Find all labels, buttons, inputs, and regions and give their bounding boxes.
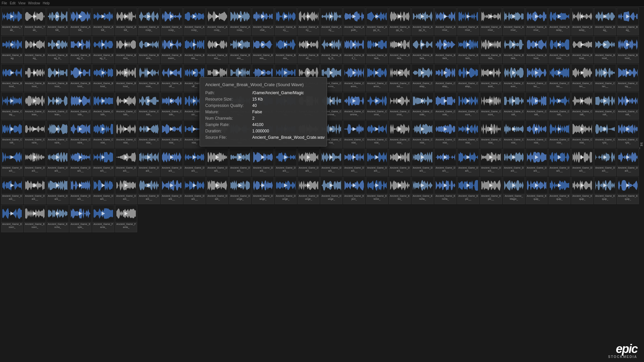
sound-tile[interactable]: Ancient_Game_Break_ — [138, 64, 160, 92]
sound-tile[interactable]: Ancient_Game_Dark__ — [1, 148, 23, 176]
sound-tile[interactable]: Ancient_Game_Craft_ — [571, 92, 593, 120]
sound-tile[interactable]: Ancient_Game_Blood_ — [115, 64, 137, 92]
play-button[interactable] — [10, 211, 14, 216]
play-button[interactable] — [78, 42, 83, 47]
sound-tile[interactable]: Ancient_Game_Bag_ — [594, 8, 616, 35]
sound-tile[interactable]: Ancient_Game_Armor_ — [457, 8, 479, 35]
sound-tile[interactable]: Ancient_Game_Creat_ — [526, 120, 548, 148]
play-button[interactable] — [78, 155, 83, 160]
play-button[interactable] — [147, 183, 151, 188]
play-button[interactable] — [169, 70, 174, 75]
sound-tile[interactable]: Ancient_Game_Clay__ — [617, 64, 639, 92]
play-button[interactable] — [55, 127, 60, 131]
play-button[interactable] — [534, 70, 539, 75]
play-button[interactable] — [124, 211, 128, 216]
play-button[interactable] — [534, 127, 539, 131]
sound-tile[interactable]: Ancient_Game_Dark__ — [24, 148, 46, 176]
play-button[interactable] — [512, 183, 516, 188]
sound-tile[interactable]: Ancient_Game_Bag — [1, 36, 23, 63]
sound-tile[interactable]: Ancient_Game_Dunge_ — [320, 177, 342, 204]
play-button[interactable] — [375, 70, 379, 75]
sound-tile[interactable]: Ancient_Game_Creat_ — [138, 120, 160, 148]
sound-tile[interactable]: Ancient_Game_Dark__ — [115, 177, 137, 204]
sound-tile[interactable]: Ancient_Game_Equip_ — [548, 177, 571, 204]
play-button[interactable] — [124, 155, 128, 160]
sound-tile[interactable]: Ancient_Game_Const_ — [389, 92, 411, 120]
sound-tile[interactable]: Ancient_Game_Equip_ — [594, 177, 616, 204]
play-button[interactable] — [512, 42, 516, 47]
sound-tile[interactable]: Ancient_Game_Accep_ — [183, 8, 206, 35]
play-button[interactable] — [55, 99, 60, 103]
play-button[interactable] — [78, 99, 83, 103]
sound-tile[interactable]: Ancient_Game_Equip_ — [526, 177, 548, 204]
play-button[interactable] — [466, 155, 471, 160]
sound-tile[interactable]: Ancient_Game_Creat_ — [503, 120, 525, 148]
play-button[interactable] — [306, 42, 311, 47]
sound-tile[interactable]: Ancient_Game_App_G_ — [412, 8, 434, 35]
play-button[interactable] — [169, 99, 174, 103]
play-button[interactable] — [466, 42, 471, 47]
sound-tile[interactable]: Ancient_Game_Comme_ — [343, 92, 365, 120]
sound-tile[interactable]: Ancient_Game_Dark__ — [92, 177, 114, 204]
play-button[interactable] — [397, 14, 402, 19]
play-button[interactable] — [55, 155, 60, 160]
sound-tile[interactable]: Ancient_Game_Count_ — [480, 92, 502, 120]
sound-tile[interactable]: Ancient_Game_Encha_ — [412, 177, 434, 204]
sound-tile[interactable]: Ancient_Game_Dark__ — [115, 148, 137, 176]
play-button[interactable] — [352, 155, 357, 160]
play-button[interactable] — [489, 42, 493, 47]
sound-tile[interactable]: Ancient_Game_Blood_ — [548, 36, 571, 63]
play-button[interactable] — [443, 183, 448, 188]
play-button[interactable] — [169, 155, 174, 160]
play-button[interactable] — [55, 42, 60, 47]
sound-tile[interactable]: Ancient_Game_Cryst_ — [617, 120, 639, 148]
sound-tile[interactable]: Ancient_Game_Catap_ — [412, 64, 434, 92]
play-button[interactable] — [283, 42, 288, 47]
play-button[interactable] — [397, 155, 402, 160]
play-button[interactable] — [261, 183, 265, 188]
sound-tile[interactable]: Ancient_Game_Count_ — [457, 92, 479, 120]
sound-tile[interactable]: Ancient_Game_Excha_ — [47, 205, 69, 232]
sound-tile[interactable]: Ancient_Game_Elixi_ — [389, 177, 411, 204]
sound-tile[interactable]: Ancient_Game_Creat_ — [480, 120, 502, 148]
play-button[interactable] — [147, 155, 151, 160]
sound-tile[interactable]: Ancient_Game_Abili_ — [47, 8, 69, 35]
play-button[interactable] — [534, 155, 539, 160]
sound-tile[interactable]: Ancient_Game_Blood_ — [69, 64, 92, 92]
play-button[interactable] — [466, 183, 471, 188]
sound-tile[interactable]: Ancient_Game_Abili_ — [69, 8, 92, 35]
sound-tile[interactable]: Ancient_Game_Epic__ — [480, 177, 502, 204]
play-button[interactable] — [489, 14, 493, 19]
sound-tile[interactable]: Ancient_Game_Dark__ — [412, 148, 434, 176]
play-button[interactable] — [169, 42, 174, 47]
play-button[interactable] — [33, 183, 37, 188]
play-button[interactable] — [10, 99, 14, 103]
sound-tile[interactable]: Ancient_Game_Clan__ — [548, 64, 571, 92]
sound-tile[interactable]: Ancient_Game_Bag_O_ — [69, 36, 92, 63]
sound-tile[interactable]: Ancient_Game_Eleme_ — [366, 177, 388, 204]
play-button[interactable] — [397, 99, 402, 103]
sound-tile[interactable]: Ancient_Game_Creat_ — [389, 120, 411, 148]
sound-tile[interactable]: Ancient_Game_Const_ — [366, 92, 388, 120]
play-button[interactable] — [534, 99, 539, 103]
sound-tile[interactable]: Ancient_Game_Backp_ — [548, 8, 571, 35]
play-button[interactable] — [10, 42, 14, 47]
sound-tile[interactable]: Ancient_Game_Blood_ — [47, 64, 69, 92]
sound-tile[interactable]: Ancient_Button_Tab_ — [24, 8, 46, 35]
sound-tile[interactable]: Ancient_Game_Catap_ — [434, 64, 457, 92]
sound-tile[interactable]: Ancient_Game_Explo_ — [69, 205, 92, 232]
play-button[interactable] — [603, 99, 607, 103]
sound-tile[interactable]: Ancient_Game_Encha_ — [434, 177, 457, 204]
sound-tile[interactable]: Ancient_Game_Black_ — [389, 36, 411, 63]
sound-tile[interactable]: Ancient_Game_Creat_ — [457, 120, 479, 148]
sound-tile[interactable]: Ancient_Game_Dark__ — [1, 177, 23, 204]
play-button[interactable] — [283, 70, 288, 75]
sound-tile[interactable]: Ancient_Game_Dark__ — [571, 148, 593, 176]
sound-tile[interactable]: Ancient_Game_Craft_ — [503, 92, 525, 120]
sound-tile[interactable]: Ancient_Game_Dark__ — [183, 177, 206, 204]
play-button[interactable] — [352, 183, 357, 188]
play-button[interactable] — [557, 42, 562, 47]
play-button[interactable] — [78, 211, 83, 216]
play-button[interactable] — [147, 14, 151, 19]
play-button[interactable] — [557, 14, 562, 19]
